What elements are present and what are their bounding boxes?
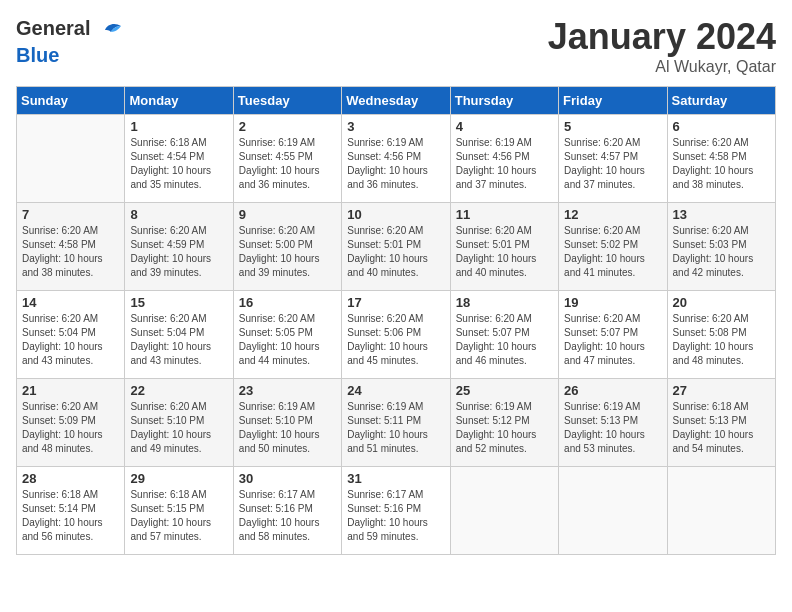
day-number: 2 bbox=[239, 119, 336, 134]
day-cell: 18Sunrise: 6:20 AMSunset: 5:07 PMDayligh… bbox=[450, 291, 558, 379]
day-number: 8 bbox=[130, 207, 227, 222]
day-cell: 10Sunrise: 6:20 AMSunset: 5:01 PMDayligh… bbox=[342, 203, 450, 291]
day-info: Sunrise: 6:20 AMSunset: 5:10 PMDaylight:… bbox=[130, 400, 227, 456]
day-cell: 23Sunrise: 6:19 AMSunset: 5:10 PMDayligh… bbox=[233, 379, 341, 467]
day-number: 11 bbox=[456, 207, 553, 222]
day-number: 26 bbox=[564, 383, 661, 398]
day-number: 12 bbox=[564, 207, 661, 222]
day-cell: 31Sunrise: 6:17 AMSunset: 5:16 PMDayligh… bbox=[342, 467, 450, 555]
logo: General Blue bbox=[16, 16, 125, 66]
day-number: 5 bbox=[564, 119, 661, 134]
day-cell: 7Sunrise: 6:20 AMSunset: 4:58 PMDaylight… bbox=[17, 203, 125, 291]
calendar-subtitle: Al Wukayr, Qatar bbox=[548, 58, 776, 76]
week-row-4: 21Sunrise: 6:20 AMSunset: 5:09 PMDayligh… bbox=[17, 379, 776, 467]
day-info: Sunrise: 6:18 AMSunset: 5:13 PMDaylight:… bbox=[673, 400, 770, 456]
day-number: 13 bbox=[673, 207, 770, 222]
day-info: Sunrise: 6:19 AMSunset: 5:11 PMDaylight:… bbox=[347, 400, 444, 456]
day-cell: 28Sunrise: 6:18 AMSunset: 5:14 PMDayligh… bbox=[17, 467, 125, 555]
day-cell: 8Sunrise: 6:20 AMSunset: 4:59 PMDaylight… bbox=[125, 203, 233, 291]
day-cell: 27Sunrise: 6:18 AMSunset: 5:13 PMDayligh… bbox=[667, 379, 775, 467]
day-cell: 25Sunrise: 6:19 AMSunset: 5:12 PMDayligh… bbox=[450, 379, 558, 467]
day-cell: 6Sunrise: 6:20 AMSunset: 4:58 PMDaylight… bbox=[667, 115, 775, 203]
page-header: General Blue January 2024 Al Wukayr, Qat… bbox=[16, 16, 776, 76]
week-row-2: 7Sunrise: 6:20 AMSunset: 4:58 PMDaylight… bbox=[17, 203, 776, 291]
day-cell: 20Sunrise: 6:20 AMSunset: 5:08 PMDayligh… bbox=[667, 291, 775, 379]
weekday-header-tuesday: Tuesday bbox=[233, 87, 341, 115]
day-number: 9 bbox=[239, 207, 336, 222]
calendar-title: January 2024 bbox=[548, 16, 776, 58]
day-cell: 13Sunrise: 6:20 AMSunset: 5:03 PMDayligh… bbox=[667, 203, 775, 291]
week-row-3: 14Sunrise: 6:20 AMSunset: 5:04 PMDayligh… bbox=[17, 291, 776, 379]
weekday-header-sunday: Sunday bbox=[17, 87, 125, 115]
day-info: Sunrise: 6:20 AMSunset: 4:58 PMDaylight:… bbox=[22, 224, 119, 280]
day-cell: 14Sunrise: 6:20 AMSunset: 5:04 PMDayligh… bbox=[17, 291, 125, 379]
day-number: 23 bbox=[239, 383, 336, 398]
day-info: Sunrise: 6:17 AMSunset: 5:16 PMDaylight:… bbox=[347, 488, 444, 544]
day-cell: 17Sunrise: 6:20 AMSunset: 5:06 PMDayligh… bbox=[342, 291, 450, 379]
day-cell: 1Sunrise: 6:18 AMSunset: 4:54 PMDaylight… bbox=[125, 115, 233, 203]
day-number: 19 bbox=[564, 295, 661, 310]
logo-general: General bbox=[16, 17, 90, 39]
day-number: 15 bbox=[130, 295, 227, 310]
day-info: Sunrise: 6:19 AMSunset: 5:13 PMDaylight:… bbox=[564, 400, 661, 456]
day-info: Sunrise: 6:20 AMSunset: 5:01 PMDaylight:… bbox=[347, 224, 444, 280]
day-info: Sunrise: 6:20 AMSunset: 5:02 PMDaylight:… bbox=[564, 224, 661, 280]
day-number: 17 bbox=[347, 295, 444, 310]
logo-bird-icon bbox=[97, 16, 125, 44]
day-number: 4 bbox=[456, 119, 553, 134]
weekday-row: SundayMondayTuesdayWednesdayThursdayFrid… bbox=[17, 87, 776, 115]
day-cell: 5Sunrise: 6:20 AMSunset: 4:57 PMDaylight… bbox=[559, 115, 667, 203]
day-cell: 3Sunrise: 6:19 AMSunset: 4:56 PMDaylight… bbox=[342, 115, 450, 203]
day-info: Sunrise: 6:20 AMSunset: 5:07 PMDaylight:… bbox=[564, 312, 661, 368]
title-area: January 2024 Al Wukayr, Qatar bbox=[548, 16, 776, 76]
day-info: Sunrise: 6:20 AMSunset: 4:58 PMDaylight:… bbox=[673, 136, 770, 192]
logo-blue: Blue bbox=[16, 44, 125, 66]
day-info: Sunrise: 6:18 AMSunset: 5:15 PMDaylight:… bbox=[130, 488, 227, 544]
day-info: Sunrise: 6:20 AMSunset: 5:06 PMDaylight:… bbox=[347, 312, 444, 368]
day-cell bbox=[17, 115, 125, 203]
day-cell: 26Sunrise: 6:19 AMSunset: 5:13 PMDayligh… bbox=[559, 379, 667, 467]
day-cell: 29Sunrise: 6:18 AMSunset: 5:15 PMDayligh… bbox=[125, 467, 233, 555]
day-number: 30 bbox=[239, 471, 336, 486]
day-cell: 4Sunrise: 6:19 AMSunset: 4:56 PMDaylight… bbox=[450, 115, 558, 203]
day-cell: 30Sunrise: 6:17 AMSunset: 5:16 PMDayligh… bbox=[233, 467, 341, 555]
day-cell: 19Sunrise: 6:20 AMSunset: 5:07 PMDayligh… bbox=[559, 291, 667, 379]
day-info: Sunrise: 6:18 AMSunset: 4:54 PMDaylight:… bbox=[130, 136, 227, 192]
day-info: Sunrise: 6:20 AMSunset: 5:05 PMDaylight:… bbox=[239, 312, 336, 368]
day-info: Sunrise: 6:20 AMSunset: 5:01 PMDaylight:… bbox=[456, 224, 553, 280]
day-number: 25 bbox=[456, 383, 553, 398]
day-info: Sunrise: 6:19 AMSunset: 4:56 PMDaylight:… bbox=[347, 136, 444, 192]
day-info: Sunrise: 6:20 AMSunset: 5:07 PMDaylight:… bbox=[456, 312, 553, 368]
day-cell: 21Sunrise: 6:20 AMSunset: 5:09 PMDayligh… bbox=[17, 379, 125, 467]
day-number: 28 bbox=[22, 471, 119, 486]
day-info: Sunrise: 6:20 AMSunset: 4:57 PMDaylight:… bbox=[564, 136, 661, 192]
day-number: 10 bbox=[347, 207, 444, 222]
day-number: 18 bbox=[456, 295, 553, 310]
day-info: Sunrise: 6:17 AMSunset: 5:16 PMDaylight:… bbox=[239, 488, 336, 544]
weekday-header-thursday: Thursday bbox=[450, 87, 558, 115]
weekday-header-saturday: Saturday bbox=[667, 87, 775, 115]
day-cell: 12Sunrise: 6:20 AMSunset: 5:02 PMDayligh… bbox=[559, 203, 667, 291]
day-info: Sunrise: 6:19 AMSunset: 5:10 PMDaylight:… bbox=[239, 400, 336, 456]
weekday-header-friday: Friday bbox=[559, 87, 667, 115]
weekday-header-wednesday: Wednesday bbox=[342, 87, 450, 115]
day-cell: 22Sunrise: 6:20 AMSunset: 5:10 PMDayligh… bbox=[125, 379, 233, 467]
day-info: Sunrise: 6:20 AMSunset: 5:08 PMDaylight:… bbox=[673, 312, 770, 368]
day-number: 7 bbox=[22, 207, 119, 222]
week-row-1: 1Sunrise: 6:18 AMSunset: 4:54 PMDaylight… bbox=[17, 115, 776, 203]
day-cell bbox=[667, 467, 775, 555]
day-info: Sunrise: 6:20 AMSunset: 5:00 PMDaylight:… bbox=[239, 224, 336, 280]
calendar-body: 1Sunrise: 6:18 AMSunset: 4:54 PMDaylight… bbox=[17, 115, 776, 555]
day-number: 20 bbox=[673, 295, 770, 310]
day-number: 14 bbox=[22, 295, 119, 310]
day-info: Sunrise: 6:19 AMSunset: 5:12 PMDaylight:… bbox=[456, 400, 553, 456]
calendar-header: SundayMondayTuesdayWednesdayThursdayFrid… bbox=[17, 87, 776, 115]
weekday-header-monday: Monday bbox=[125, 87, 233, 115]
day-number: 3 bbox=[347, 119, 444, 134]
day-cell: 2Sunrise: 6:19 AMSunset: 4:55 PMDaylight… bbox=[233, 115, 341, 203]
week-row-5: 28Sunrise: 6:18 AMSunset: 5:14 PMDayligh… bbox=[17, 467, 776, 555]
day-info: Sunrise: 6:20 AMSunset: 5:03 PMDaylight:… bbox=[673, 224, 770, 280]
day-info: Sunrise: 6:20 AMSunset: 5:04 PMDaylight:… bbox=[22, 312, 119, 368]
calendar-table: SundayMondayTuesdayWednesdayThursdayFrid… bbox=[16, 86, 776, 555]
day-cell: 15Sunrise: 6:20 AMSunset: 5:04 PMDayligh… bbox=[125, 291, 233, 379]
